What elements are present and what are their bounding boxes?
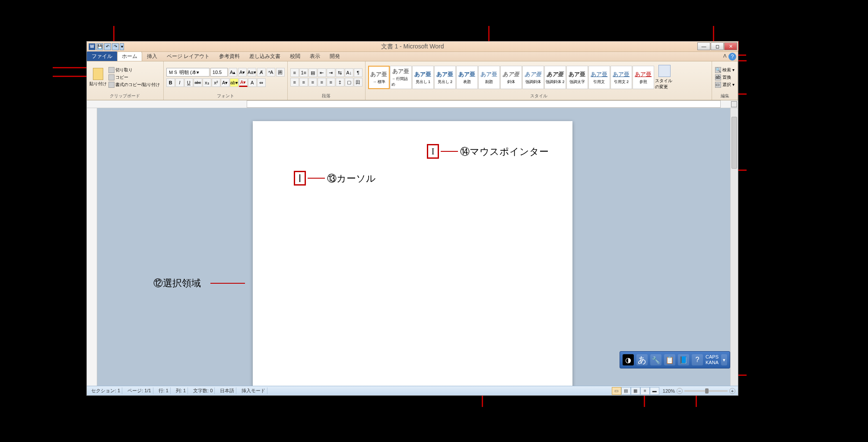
redo-icon[interactable]: ↷ — [112, 43, 119, 50]
style-item-1[interactable]: あア亜→ 行間詰め — [390, 66, 412, 89]
text-effects-button[interactable]: A▾ — [221, 78, 229, 87]
copy-button[interactable]: コピー — [108, 74, 161, 81]
status-language[interactable]: 日本語 — [218, 388, 236, 394]
zoom-level[interactable]: 120% — [663, 388, 675, 394]
style-item-5[interactable]: あア亜副題 — [478, 66, 500, 89]
tab-developer[interactable]: 開発 — [325, 51, 345, 61]
style-item-0[interactable]: あア亜→ 標準 — [368, 66, 390, 89]
find-button[interactable]: 🔍検索 ▾ — [715, 67, 735, 74]
paste-button[interactable]: 貼り付け — [89, 64, 107, 90]
borders-button[interactable]: 田 — [354, 78, 362, 86]
status-col[interactable]: 列: 1 — [174, 388, 188, 394]
ime-pad-icon[interactable]: 📋 — [664, 354, 675, 365]
font-name-select[interactable] — [166, 68, 210, 77]
style-item-6[interactable]: あア亜斜体 — [500, 66, 522, 89]
tab-review[interactable]: 校閲 — [285, 51, 305, 61]
status-section[interactable]: セクション: 1 — [89, 388, 122, 394]
zoom-in-button[interactable]: + — [729, 388, 735, 394]
font-size-select[interactable] — [210, 68, 228, 77]
bullets-button[interactable]: ≡ — [290, 68, 299, 77]
change-styles-button[interactable]: スタイルの変更 — [655, 65, 674, 90]
ime-options-icon[interactable]: ▾ — [721, 354, 727, 365]
replace-button[interactable]: ab置換 — [715, 74, 735, 81]
ime-language-bar[interactable]: ◑ あ 🔧 📋 📘 ? CAPS KANA ▾ — [620, 351, 730, 368]
tab-home[interactable]: ホーム — [117, 51, 142, 61]
ruby-button[interactable]: ᵃA — [267, 68, 275, 77]
ime-dict-icon[interactable]: 📘 — [678, 354, 689, 365]
shrink-font-button[interactable]: A▾ — [238, 68, 247, 77]
zoom-slider-thumb[interactable] — [705, 388, 709, 394]
bold-button[interactable]: B — [166, 78, 175, 87]
status-words[interactable]: 文字数: 0 — [191, 388, 215, 394]
format-painter-button[interactable]: 書式のコピー/貼り付け — [108, 81, 161, 88]
style-item-8[interactable]: あア亜強調斜体 2 — [544, 66, 566, 89]
style-item-9[interactable]: あア亜強調太字 — [566, 66, 588, 89]
grow-font-button[interactable]: A▴ — [229, 68, 237, 77]
vertical-ruler[interactable] — [87, 108, 97, 386]
select-button[interactable]: ▭選択 ▾ — [715, 81, 735, 88]
subscript-button[interactable]: x₂ — [203, 78, 211, 87]
cut-button[interactable]: 切り取り — [108, 67, 161, 74]
document-canvas[interactable]: ⑬カーソル I ⑭マウスポインター ⑫選択領域 — [97, 108, 730, 386]
ime-help-icon[interactable]: ? — [692, 354, 703, 365]
style-item-3[interactable]: あア亜見出し 2 — [434, 66, 456, 89]
ime-caps-kana[interactable]: CAPS KANA — [706, 354, 719, 365]
numbering-button[interactable]: 1≡ — [299, 68, 308, 77]
zoom-slider[interactable] — [684, 390, 728, 392]
ime-tool-icon[interactable]: 🔧 — [650, 354, 661, 365]
decrease-indent-button[interactable]: ⇤ — [318, 68, 326, 77]
style-item-7[interactable]: あア亜強調斜体 — [522, 66, 544, 89]
status-insert-mode[interactable]: 挿入モード — [240, 388, 267, 394]
vertical-scrollbar[interactable] — [730, 108, 738, 386]
line-spacing-button[interactable]: ‡ — [336, 78, 344, 86]
style-item-2[interactable]: あア亜見出し 1 — [412, 66, 434, 89]
status-line[interactable]: 行: 1 — [157, 388, 171, 394]
align-right-button[interactable]: ≡ — [308, 78, 317, 86]
scrollbar-thumb[interactable] — [731, 117, 737, 169]
view-print-layout-button[interactable]: ▭ — [612, 387, 621, 395]
char-shading-button[interactable]: A — [248, 78, 257, 87]
word-icon[interactable]: W — [89, 43, 95, 50]
multilevel-button[interactable]: ▤ — [308, 68, 317, 77]
show-marks-button[interactable]: ¶ — [354, 68, 362, 77]
tab-references[interactable]: 参考資料 — [214, 51, 245, 61]
italic-button[interactable]: I — [175, 78, 184, 87]
minimize-ribbon-icon[interactable]: ᐱ — [723, 53, 727, 59]
style-item-11[interactable]: あア亜引用文 2 — [610, 66, 632, 89]
undo-icon[interactable]: ↶ — [104, 43, 111, 50]
style-item-4[interactable]: あア亜表題 — [456, 66, 478, 89]
increase-indent-button[interactable]: ⇥ — [327, 68, 335, 77]
status-page[interactable]: ページ: 1/1 — [126, 388, 153, 394]
view-web-button[interactable]: ▦ — [631, 387, 640, 395]
asian-layout-button[interactable]: ⇆ — [336, 68, 344, 77]
align-center-button[interactable]: ≡ — [299, 78, 308, 86]
close-button[interactable]: ✕ — [724, 42, 737, 50]
maximize-button[interactable]: ◻ — [711, 42, 724, 50]
sort-button[interactable]: A↓ — [345, 68, 353, 77]
superscript-button[interactable]: x² — [212, 78, 220, 87]
horizontal-ruler[interactable] — [87, 100, 738, 108]
customize-qat-icon[interactable]: ▾ — [120, 43, 124, 50]
shading-button[interactable]: ▢ — [345, 78, 353, 86]
tab-insert[interactable]: 挿入 — [142, 51, 162, 61]
help-icon[interactable]: ? — [728, 53, 736, 61]
justify-button[interactable]: ≡ — [318, 78, 326, 86]
ruler-toggle-button[interactable] — [731, 101, 737, 107]
view-outline-button[interactable]: ≡ — [640, 387, 650, 395]
ime-logo-icon[interactable]: ◑ — [623, 354, 634, 365]
ime-mode-button[interactable]: あ — [636, 354, 648, 365]
align-left-button[interactable]: ≡ — [290, 78, 299, 86]
page[interactable]: ⑬カーソル I ⑭マウスポインター — [253, 121, 572, 386]
font-color-button[interactable]: A▾ — [239, 78, 248, 87]
view-fullscreen-button[interactable]: ▤ — [621, 387, 631, 395]
clear-format-button[interactable]: A̸ — [257, 68, 266, 77]
save-icon[interactable]: 💾 — [96, 43, 103, 50]
strike-button[interactable]: abc — [194, 78, 202, 87]
tab-file[interactable]: ファイル — [87, 51, 117, 61]
minimize-button[interactable]: — — [697, 42, 710, 50]
char-border-button[interactable]: 囲 — [276, 68, 285, 77]
style-item-10[interactable]: あア亜引用文 — [588, 66, 610, 89]
change-case-button[interactable]: Aa▾ — [248, 68, 256, 77]
distribute-button[interactable]: ≡ — [327, 78, 335, 86]
highlight-button[interactable]: ab▾ — [230, 78, 238, 87]
